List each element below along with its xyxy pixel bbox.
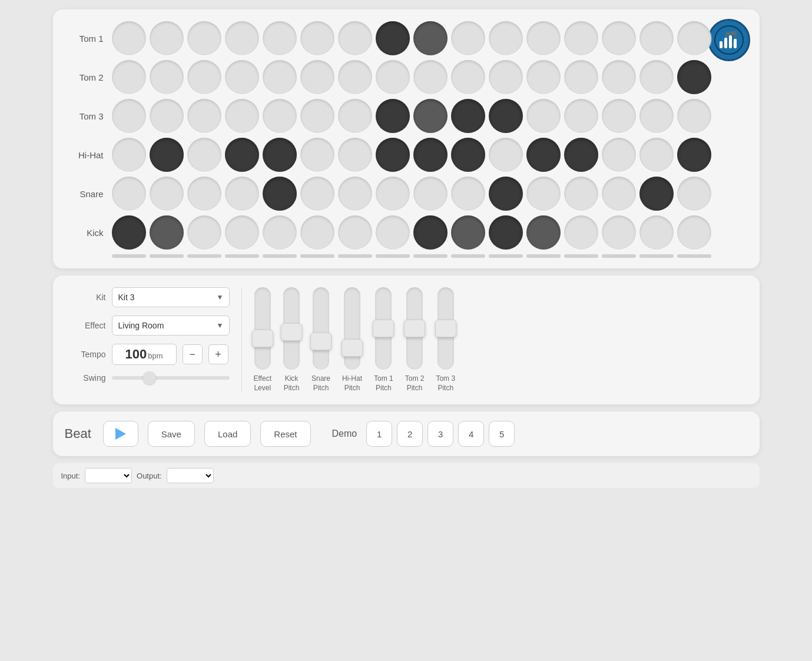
pad-5-15[interactable] — [677, 215, 711, 250]
pad-4-5[interactable] — [300, 177, 334, 211]
pad-4-10[interactable] — [489, 177, 523, 211]
output-select[interactable] — [167, 468, 214, 483]
swing-slider[interactable] — [112, 376, 230, 380]
pad-2-9[interactable] — [451, 99, 485, 133]
pad-3-1[interactable] — [150, 138, 184, 172]
pad-0-13[interactable] — [602, 21, 636, 55]
pad-2-2[interactable] — [187, 99, 221, 133]
fader-handle-kick-pitch[interactable] — [281, 323, 302, 341]
pad-1-5[interactable] — [300, 60, 334, 94]
fader-handle-tom2-pitch[interactable] — [404, 320, 425, 337]
pad-4-2[interactable] — [187, 177, 221, 211]
pad-0-2[interactable] — [187, 21, 221, 55]
pad-3-4[interactable] — [263, 138, 297, 172]
pad-5-1[interactable] — [150, 215, 184, 250]
effect-select[interactable]: Living Room None Small Hall Large Hall S… — [112, 315, 230, 336]
load-button[interactable]: Load — [204, 421, 251, 447]
pad-1-15[interactable] — [677, 60, 711, 94]
pad-4-14[interactable] — [639, 177, 674, 211]
pad-4-13[interactable] — [602, 177, 636, 211]
pad-3-6[interactable] — [338, 138, 372, 172]
input-select[interactable] — [85, 468, 132, 483]
pad-3-14[interactable] — [639, 138, 674, 172]
pad-1-4[interactable] — [263, 60, 297, 94]
pad-0-10[interactable] — [489, 21, 523, 55]
pad-1-9[interactable] — [451, 60, 485, 94]
pad-5-3[interactable] — [225, 215, 259, 250]
pad-1-7[interactable] — [376, 60, 410, 94]
pad-3-7[interactable] — [376, 138, 410, 172]
fader-handle-hihat-pitch[interactable] — [342, 339, 363, 357]
pad-4-1[interactable] — [150, 177, 184, 211]
pad-5-2[interactable] — [187, 215, 221, 250]
pad-2-13[interactable] — [602, 99, 636, 133]
pad-2-7[interactable] — [376, 99, 410, 133]
pad-4-4[interactable] — [263, 177, 297, 211]
pad-4-12[interactable] — [564, 177, 598, 211]
pad-1-0[interactable] — [112, 60, 146, 94]
pad-1-10[interactable] — [489, 60, 523, 94]
pad-5-9[interactable] — [451, 215, 485, 250]
pad-0-0[interactable] — [112, 21, 146, 55]
pad-3-3[interactable] — [225, 138, 259, 172]
pad-0-9[interactable] — [451, 21, 485, 55]
pad-4-3[interactable] — [225, 177, 259, 211]
pad-3-15[interactable] — [677, 138, 711, 172]
demo-button-2[interactable]: 2 — [397, 421, 423, 447]
pad-4-0[interactable] — [112, 177, 146, 211]
pad-2-12[interactable] — [564, 99, 598, 133]
pad-5-6[interactable] — [338, 215, 372, 250]
pad-2-14[interactable] — [639, 99, 674, 133]
pad-5-10[interactable] — [489, 215, 523, 250]
pad-1-14[interactable] — [639, 60, 674, 94]
pad-1-2[interactable] — [187, 60, 221, 94]
pad-1-12[interactable] — [564, 60, 598, 94]
pad-0-14[interactable] — [639, 21, 674, 55]
fader-handle-effect-level[interactable] — [252, 330, 273, 347]
pad-4-11[interactable] — [526, 177, 561, 211]
save-button[interactable]: Save — [148, 421, 195, 447]
demo-button-3[interactable]: 3 — [427, 421, 453, 447]
pad-3-10[interactable] — [489, 138, 523, 172]
pad-5-11[interactable] — [526, 215, 561, 250]
pad-0-1[interactable] — [150, 21, 184, 55]
pad-2-3[interactable] — [225, 99, 259, 133]
fader-handle-tom3-pitch[interactable] — [435, 320, 456, 337]
pad-1-8[interactable] — [413, 60, 448, 94]
pad-0-3[interactable] — [225, 21, 259, 55]
pad-0-8[interactable] — [413, 21, 448, 55]
pad-3-9[interactable] — [451, 138, 485, 172]
pad-3-5[interactable] — [300, 138, 334, 172]
pad-2-0[interactable] — [112, 99, 146, 133]
demo-button-5[interactable]: 5 — [489, 421, 515, 447]
pad-4-9[interactable] — [451, 177, 485, 211]
pad-2-1[interactable] — [150, 99, 184, 133]
pad-5-0[interactable] — [112, 215, 146, 250]
pad-1-6[interactable] — [338, 60, 372, 94]
pad-1-11[interactable] — [526, 60, 561, 94]
pad-2-6[interactable] — [338, 99, 372, 133]
pad-2-8[interactable] — [413, 99, 448, 133]
pad-5-5[interactable] — [300, 215, 334, 250]
pad-2-11[interactable] — [526, 99, 561, 133]
fader-handle-tom1-pitch[interactable] — [373, 320, 394, 337]
pad-3-2[interactable] — [187, 138, 221, 172]
demo-button-4[interactable]: 4 — [458, 421, 484, 447]
pad-4-8[interactable] — [413, 177, 448, 211]
pad-5-14[interactable] — [639, 215, 674, 250]
pad-0-12[interactable] — [564, 21, 598, 55]
pad-0-5[interactable] — [300, 21, 334, 55]
pad-3-11[interactable] — [526, 138, 561, 172]
pad-2-10[interactable] — [489, 99, 523, 133]
play-button[interactable] — [103, 421, 138, 447]
pad-4-7[interactable] — [376, 177, 410, 211]
pad-5-4[interactable] — [263, 215, 297, 250]
tempo-plus-button[interactable]: + — [208, 344, 228, 364]
pad-4-15[interactable] — [677, 177, 711, 211]
pad-0-11[interactable] — [526, 21, 561, 55]
pad-0-4[interactable] — [263, 21, 297, 55]
pad-4-6[interactable] — [338, 177, 372, 211]
pad-5-8[interactable] — [413, 215, 448, 250]
pad-5-12[interactable] — [564, 215, 598, 250]
reset-button[interactable]: Reset — [260, 421, 310, 447]
